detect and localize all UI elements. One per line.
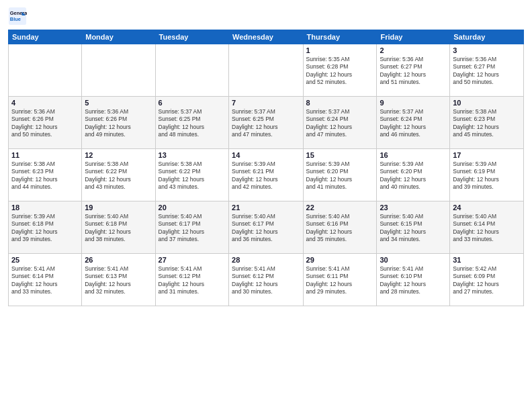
day-number: 10	[453, 99, 521, 107]
weekday-header-tuesday: Tuesday	[155, 30, 228, 44]
day-info: Sunrise: 5:40 AM Sunset: 6:18 PM Dayligh…	[85, 213, 152, 244]
day-info: Sunrise: 5:40 AM Sunset: 6:14 PM Dayligh…	[453, 213, 521, 244]
day-info: Sunrise: 5:39 AM Sunset: 6:20 PM Dayligh…	[306, 161, 374, 191]
day-info: Sunrise: 5:41 AM Sunset: 6:13 PM Dayligh…	[85, 265, 152, 296]
day-info: Sunrise: 5:36 AM Sunset: 6:27 PM Dayligh…	[453, 56, 521, 87]
day-number: 7	[232, 99, 300, 107]
day-cell: 16Sunrise: 5:39 AM Sunset: 6:20 PM Dayli…	[377, 149, 450, 201]
week-row-1: 1Sunrise: 5:35 AM Sunset: 6:28 PM Daylig…	[9, 44, 524, 97]
day-info: Sunrise: 5:40 AM Sunset: 6:15 PM Dayligh…	[380, 213, 447, 244]
day-number: 20	[159, 203, 226, 212]
day-info: Sunrise: 5:40 AM Sunset: 6:17 PM Dayligh…	[159, 213, 226, 244]
week-row-3: 11Sunrise: 5:38 AM Sunset: 6:23 PM Dayli…	[9, 149, 524, 201]
day-cell: 2Sunrise: 5:36 AM Sunset: 6:27 PM Daylig…	[377, 44, 450, 97]
day-info: Sunrise: 5:39 AM Sunset: 6:19 PM Dayligh…	[453, 161, 521, 191]
day-cell: 4Sunrise: 5:36 AM Sunset: 6:26 PM Daylig…	[9, 97, 82, 149]
day-number: 1	[306, 46, 374, 54]
day-number: 2	[380, 46, 447, 54]
day-number: 23	[380, 203, 447, 212]
day-info: Sunrise: 5:39 AM Sunset: 6:20 PM Dayligh…	[380, 161, 447, 191]
day-cell: 22Sunrise: 5:40 AM Sunset: 6:16 PM Dayli…	[303, 201, 377, 254]
day-info: Sunrise: 5:41 AM Sunset: 6:12 PM Dayligh…	[159, 265, 226, 296]
day-cell: 3Sunrise: 5:36 AM Sunset: 6:27 PM Daylig…	[450, 44, 524, 97]
day-number: 14	[232, 151, 300, 159]
day-cell: 14Sunrise: 5:39 AM Sunset: 6:21 PM Dayli…	[229, 149, 304, 201]
day-info: Sunrise: 5:37 AM Sunset: 6:24 PM Dayligh…	[306, 108, 374, 139]
day-number: 31	[453, 256, 521, 264]
day-number: 6	[159, 99, 226, 107]
day-number: 22	[306, 203, 374, 212]
header: General Blue	[8, 7, 524, 26]
day-info: Sunrise: 5:41 AM Sunset: 6:10 PM Dayligh…	[380, 265, 447, 296]
day-info: Sunrise: 5:37 AM Sunset: 6:24 PM Dayligh…	[380, 108, 447, 139]
day-info: Sunrise: 5:41 AM Sunset: 6:14 PM Dayligh…	[11, 265, 79, 296]
day-number: 16	[380, 151, 447, 159]
day-number: 25	[11, 256, 79, 264]
day-cell: 11Sunrise: 5:38 AM Sunset: 6:23 PM Dayli…	[9, 149, 82, 201]
day-cell: 17Sunrise: 5:39 AM Sunset: 6:19 PM Dayli…	[450, 149, 524, 201]
day-cell: 1Sunrise: 5:35 AM Sunset: 6:28 PM Daylig…	[303, 44, 377, 97]
day-cell: 5Sunrise: 5:36 AM Sunset: 6:26 PM Daylig…	[82, 97, 155, 149]
day-number: 24	[453, 203, 521, 212]
day-cell	[82, 44, 155, 97]
weekday-header-sunday: Sunday	[9, 30, 82, 44]
week-row-2: 4Sunrise: 5:36 AM Sunset: 6:26 PM Daylig…	[9, 97, 524, 149]
day-info: Sunrise: 5:38 AM Sunset: 6:22 PM Dayligh…	[159, 161, 226, 191]
day-cell: 31Sunrise: 5:42 AM Sunset: 6:09 PM Dayli…	[450, 254, 524, 306]
day-cell: 27Sunrise: 5:41 AM Sunset: 6:12 PM Dayli…	[155, 254, 228, 306]
day-info: Sunrise: 5:37 AM Sunset: 6:25 PM Dayligh…	[232, 108, 300, 139]
weekday-header-row: SundayMondayTuesdayWednesdayThursdayFrid…	[9, 30, 524, 44]
weekday-header-wednesday: Wednesday	[229, 30, 304, 44]
day-cell	[229, 44, 304, 97]
day-cell: 6Sunrise: 5:37 AM Sunset: 6:25 PM Daylig…	[155, 97, 228, 149]
logo: General Blue	[8, 7, 30, 26]
weekday-header-monday: Monday	[82, 30, 155, 44]
weekday-header-saturday: Saturday	[450, 30, 524, 44]
day-number: 28	[232, 256, 300, 264]
day-info: Sunrise: 5:38 AM Sunset: 6:22 PM Dayligh…	[85, 161, 152, 191]
day-number: 19	[85, 203, 152, 212]
day-cell: 26Sunrise: 5:41 AM Sunset: 6:13 PM Dayli…	[82, 254, 155, 306]
day-number: 18	[11, 203, 79, 212]
day-cell: 21Sunrise: 5:40 AM Sunset: 6:17 PM Dayli…	[229, 201, 304, 254]
day-number: 15	[306, 151, 374, 159]
day-number: 27	[159, 256, 226, 264]
day-cell: 29Sunrise: 5:41 AM Sunset: 6:11 PM Dayli…	[303, 254, 377, 306]
day-info: Sunrise: 5:40 AM Sunset: 6:16 PM Dayligh…	[306, 213, 374, 244]
page: General Blue SundayMondayTuesdayWednesda…	[0, 0, 532, 411]
day-cell	[155, 44, 228, 97]
day-cell: 19Sunrise: 5:40 AM Sunset: 6:18 PM Dayli…	[82, 201, 155, 254]
day-number: 29	[306, 256, 374, 264]
week-row-5: 25Sunrise: 5:41 AM Sunset: 6:14 PM Dayli…	[9, 254, 524, 306]
weekday-header-thursday: Thursday	[303, 30, 377, 44]
day-info: Sunrise: 5:35 AM Sunset: 6:28 PM Dayligh…	[306, 56, 374, 87]
day-cell: 7Sunrise: 5:37 AM Sunset: 6:25 PM Daylig…	[229, 97, 304, 149]
svg-text:Blue: Blue	[10, 16, 21, 22]
day-info: Sunrise: 5:38 AM Sunset: 6:23 PM Dayligh…	[453, 108, 521, 139]
day-cell: 30Sunrise: 5:41 AM Sunset: 6:10 PM Dayli…	[377, 254, 450, 306]
day-cell: 12Sunrise: 5:38 AM Sunset: 6:22 PM Dayli…	[82, 149, 155, 201]
day-number: 5	[85, 99, 152, 107]
day-number: 9	[380, 99, 447, 107]
day-cell: 10Sunrise: 5:38 AM Sunset: 6:23 PM Dayli…	[450, 97, 524, 149]
logo-icon: General Blue	[8, 7, 27, 26]
day-cell: 24Sunrise: 5:40 AM Sunset: 6:14 PM Dayli…	[450, 201, 524, 254]
day-number: 30	[380, 256, 447, 264]
day-cell: 25Sunrise: 5:41 AM Sunset: 6:14 PM Dayli…	[9, 254, 82, 306]
day-info: Sunrise: 5:38 AM Sunset: 6:23 PM Dayligh…	[11, 161, 79, 191]
day-cell: 15Sunrise: 5:39 AM Sunset: 6:20 PM Dayli…	[303, 149, 377, 201]
day-number: 8	[306, 99, 374, 107]
day-cell: 20Sunrise: 5:40 AM Sunset: 6:17 PM Dayli…	[155, 201, 228, 254]
day-info: Sunrise: 5:42 AM Sunset: 6:09 PM Dayligh…	[453, 265, 521, 296]
day-number: 3	[453, 46, 521, 54]
day-info: Sunrise: 5:36 AM Sunset: 6:27 PM Dayligh…	[380, 56, 447, 87]
day-info: Sunrise: 5:39 AM Sunset: 6:18 PM Dayligh…	[11, 213, 79, 244]
day-cell: 28Sunrise: 5:41 AM Sunset: 6:12 PM Dayli…	[229, 254, 304, 306]
day-info: Sunrise: 5:37 AM Sunset: 6:25 PM Dayligh…	[159, 108, 226, 139]
day-cell: 18Sunrise: 5:39 AM Sunset: 6:18 PM Dayli…	[9, 201, 82, 254]
day-info: Sunrise: 5:36 AM Sunset: 6:26 PM Dayligh…	[85, 108, 152, 139]
week-row-4: 18Sunrise: 5:39 AM Sunset: 6:18 PM Dayli…	[9, 201, 524, 254]
day-number: 11	[11, 151, 79, 159]
day-info: Sunrise: 5:41 AM Sunset: 6:12 PM Dayligh…	[232, 265, 300, 296]
day-number: 12	[85, 151, 152, 159]
